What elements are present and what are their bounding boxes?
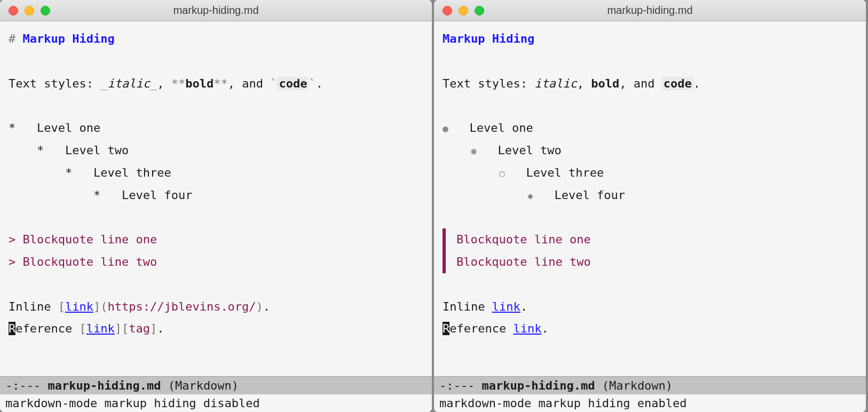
list-item: * Level four bbox=[9, 184, 423, 207]
modeline-mode: (Markdown) bbox=[595, 379, 673, 392]
text-styles-line: Text styles: _italic_, **bold**, and `co… bbox=[9, 73, 423, 95]
bold-marker: ** bbox=[171, 77, 186, 90]
bullet-asterisk: * bbox=[9, 121, 15, 134]
italic-text: italic bbox=[534, 77, 577, 90]
blockquote-text: Blockquote line one bbox=[23, 233, 157, 246]
separator: , and bbox=[228, 77, 270, 90]
inline-link-line: Inline [link](https://jblevins.org/). bbox=[9, 296, 423, 318]
modeline-filename: markup-hiding.md bbox=[48, 379, 161, 392]
heading-line: Markup Hiding bbox=[443, 28, 857, 50]
separator: , bbox=[577, 77, 591, 90]
titlebar[interactable]: markup-hiding.md bbox=[0, 0, 432, 21]
list-text: Level three bbox=[93, 166, 171, 179]
text-styles-line: Text styles: italic, bold, and code. bbox=[443, 73, 857, 95]
blank-line bbox=[443, 206, 857, 228]
period: . bbox=[316, 77, 323, 90]
bracket: [ bbox=[122, 322, 129, 335]
text-label: Text styles: bbox=[9, 77, 100, 90]
text-label: Inline bbox=[443, 300, 492, 313]
period: . bbox=[693, 77, 700, 90]
cursor: R bbox=[443, 322, 449, 335]
text-label: eference bbox=[15, 322, 79, 335]
italic-marker: _ bbox=[100, 77, 107, 90]
blank-line bbox=[9, 94, 423, 117]
maximize-icon[interactable] bbox=[41, 6, 50, 15]
list-text: Level three bbox=[526, 166, 604, 179]
blockquote-line: > Blockquote line one bbox=[9, 228, 423, 251]
window-title: markup-hiding.md bbox=[0, 4, 432, 17]
italic-marker: _ bbox=[150, 77, 157, 90]
link-text[interactable]: link bbox=[86, 322, 115, 335]
close-icon[interactable] bbox=[443, 6, 452, 15]
blank-line bbox=[443, 50, 857, 73]
blank-line bbox=[443, 94, 857, 117]
blank-line bbox=[9, 206, 423, 228]
period: . bbox=[541, 322, 548, 335]
traffic-lights bbox=[0, 6, 50, 15]
link-url: https://jblevins.org/ bbox=[107, 300, 256, 313]
editor-buffer[interactable]: # Markup Hiding Text styles: _italic_, *… bbox=[0, 21, 432, 376]
heading-text: Markup Hiding bbox=[443, 32, 534, 45]
modeline[interactable]: -:--- markup-hiding.md (Markdown) bbox=[434, 376, 866, 394]
bold-text: bold bbox=[591, 77, 619, 90]
minimize-icon[interactable] bbox=[459, 6, 468, 15]
bracket: ] bbox=[115, 322, 122, 335]
titlebar[interactable]: markup-hiding.md bbox=[434, 0, 866, 21]
blockquote-text: Blockquote line two bbox=[456, 251, 857, 273]
heading-text: Markup Hiding bbox=[23, 32, 115, 45]
italic-text: italic bbox=[107, 77, 149, 90]
emacs-window-right: markup-hiding.md Markup Hiding Text styl… bbox=[434, 0, 866, 412]
editor-buffer[interactable]: Markup Hiding Text styles: italic, bold,… bbox=[434, 21, 866, 376]
minimize-icon[interactable] bbox=[25, 6, 34, 15]
paren: ) bbox=[256, 300, 263, 313]
bullet-filled-icon: ● bbox=[443, 123, 448, 134]
bullet-asterisk: * bbox=[93, 188, 100, 202]
bold-text: bold bbox=[185, 77, 214, 90]
inline-link-line: Inline link. bbox=[443, 296, 857, 318]
link-text[interactable]: link bbox=[65, 300, 93, 313]
blank-line bbox=[9, 50, 423, 73]
bracket: ] bbox=[93, 300, 100, 313]
link-text[interactable]: link bbox=[492, 300, 520, 313]
bracket: ] bbox=[150, 322, 157, 335]
traffic-lights bbox=[434, 6, 484, 15]
bullet-asterisk: * bbox=[65, 166, 72, 179]
blockquote-line: > Blockquote line two bbox=[9, 251, 423, 273]
blockquote-text: Blockquote line two bbox=[23, 255, 157, 268]
list-item: * Level three bbox=[9, 162, 423, 184]
close-icon[interactable] bbox=[9, 6, 18, 15]
list-item: * Level two bbox=[9, 139, 423, 162]
list-text: Level two bbox=[65, 144, 129, 157]
list-item: * Level one bbox=[9, 117, 423, 139]
bullet-diamond-icon: ◆ bbox=[527, 190, 533, 201]
modeline[interactable]: -:--- markup-hiding.md (Markdown) bbox=[0, 376, 432, 394]
list-item: ◉ Level two bbox=[443, 139, 857, 162]
emacs-window-left: markup-hiding.md # Markup Hiding Text st… bbox=[0, 0, 432, 412]
blockquote: Blockquote line one Blockquote line two bbox=[443, 228, 857, 273]
blockquote-text: Blockquote line one bbox=[456, 228, 857, 251]
list-text: Level four bbox=[555, 188, 625, 202]
reference-link-line: Reference link. bbox=[443, 318, 857, 340]
echo-area: markdown-mode markup hiding enabled bbox=[434, 394, 866, 412]
bracket: [ bbox=[58, 300, 65, 313]
heading-line: # Markup Hiding bbox=[9, 28, 423, 50]
bullet-asterisk: * bbox=[37, 144, 44, 157]
maximize-icon[interactable] bbox=[475, 6, 484, 15]
cursor: R bbox=[9, 322, 15, 335]
list-item: ◆ Level four bbox=[443, 184, 857, 207]
code-text: code bbox=[277, 77, 309, 90]
heading-marker: # bbox=[9, 32, 23, 45]
blank-line bbox=[443, 273, 857, 296]
link-text[interactable]: link bbox=[513, 322, 541, 335]
text-label: Text styles: bbox=[443, 77, 534, 90]
text-label: eference bbox=[449, 322, 513, 335]
list-text: Level one bbox=[37, 121, 100, 134]
bold-marker: ** bbox=[214, 77, 228, 90]
list-text: Level four bbox=[122, 188, 192, 202]
text-label: Inline bbox=[9, 300, 58, 313]
code-marker: ` bbox=[309, 77, 315, 90]
list-text: Level two bbox=[498, 144, 562, 157]
reference-link-line: Reference [link][tag]. bbox=[9, 318, 423, 340]
modeline-filename: markup-hiding.md bbox=[482, 379, 595, 392]
list-text: Level one bbox=[470, 121, 533, 134]
